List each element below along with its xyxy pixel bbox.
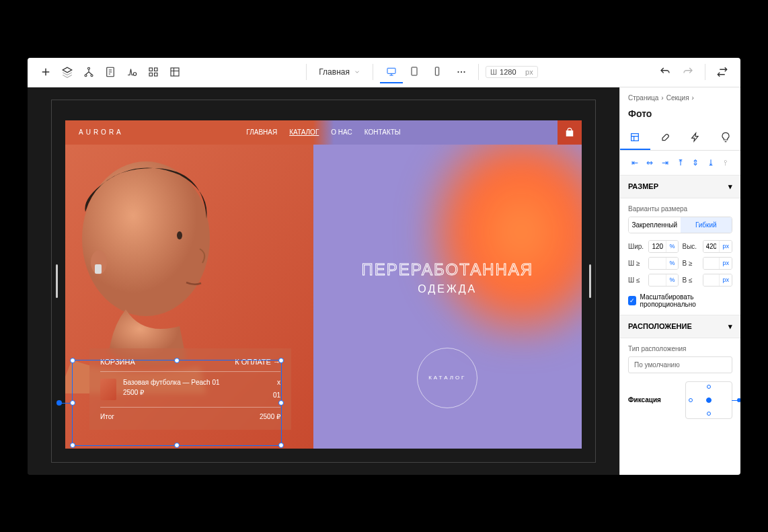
redo-button[interactable] [678,62,698,82]
min-height-input[interactable] [703,258,720,269]
align-left-button[interactable]: ⇤ [628,156,642,169]
swap-button[interactable] [712,62,732,82]
max-height-input[interactable] [703,274,720,286]
cart-widget[interactable]: КОРЗИНА К ОПЛАТЕ → Базовая футболка — Pe… [89,348,291,430]
help-tab[interactable] [710,126,740,150]
cart-remove-button[interactable]: x [273,379,280,386]
chevron-down-icon: ▾ [728,182,732,191]
inspector-title: Фото [620,106,740,126]
scale-proportional-label: Масштабировать пропорционально [640,293,732,308]
dock-grid[interactable] [685,381,732,419]
min-width-unit[interactable]: % [666,258,677,269]
min-height-label: В ≥ [683,260,700,267]
position-section-body: Тип расположения По умолчанию Фиксация [620,338,740,426]
height-label: Выс. [683,243,700,250]
layout-tab[interactable] [620,126,650,150]
site-logo[interactable]: AURORA [79,128,124,136]
align-middle-button[interactable]: ⇕ [689,156,702,169]
checkout-link[interactable]: К ОПЛАТЕ → [235,358,280,366]
svg-point-16 [82,161,210,316]
alignment-row: ⇤ ⇔ ⇥ ⤒ ⇕ ⤓ ⫯ [620,151,740,175]
page-button[interactable] [100,62,120,82]
svg-rect-20 [631,133,639,141]
breadcrumb-section[interactable]: Секция [666,94,689,102]
page-dropdown[interactable]: Главная [313,65,366,79]
cart-item-qty: 01 [273,391,280,399]
breadcrumb-page[interactable]: Страница [628,94,658,102]
hero-heading[interactable]: ПЕРЕРАБОТАННАЯ [361,260,533,279]
dock-top[interactable] [707,385,711,389]
cart-total: Итог 2500 ₽ [100,407,280,420]
canvas-area[interactable]: AURORA ГЛАВНАЯ КАТАЛОГ О НАС КОНТАКТЫ [28,87,619,475]
dock-center[interactable] [706,397,712,403]
canvas-width-input[interactable]: Ш px [486,66,538,78]
size-section-header[interactable]: РАЗМЕР ▾ [620,175,740,198]
flex-mode-button[interactable]: Гибкий [681,217,732,233]
interactions-tab[interactable] [681,126,711,150]
catalog-button[interactable]: КАТАЛОГ [417,348,477,408]
position-type-label: Тип расположения [628,345,732,352]
align-top-button[interactable]: ⤒ [674,156,687,169]
cart-total-value: 2500 ₽ [260,413,280,420]
tablet-tab[interactable] [403,61,426,83]
dock-bottom[interactable] [707,412,711,416]
undo-button[interactable] [655,62,675,82]
align-center-button[interactable]: ⇔ [644,156,657,169]
size-section-body: Варианты размера Закрепленный Гибкий Шир… [620,198,740,315]
align-right-button[interactable]: ⇥ [658,156,672,169]
add-button[interactable] [36,62,56,82]
cart-item-thumb [100,379,116,400]
cart-icon[interactable] [558,120,582,145]
width-field[interactable] [500,68,523,76]
scroll-indicator-right[interactable] [589,264,591,298]
height-input[interactable] [703,241,720,252]
site-canvas[interactable]: AURORA ГЛАВНАЯ КАТАЛОГ О НАС КОНТАКТЫ [65,120,582,449]
device-tabs [380,61,449,83]
anchor-point[interactable] [56,400,62,406]
nav-contacts[interactable]: КОНТАКТЫ [364,128,401,136]
site-tree-button[interactable] [79,62,99,82]
scroll-indicator-left[interactable] [56,264,58,298]
position-type-dropdown[interactable]: По умолчанию [628,356,732,373]
height-unit[interactable]: px [719,241,732,252]
svg-point-1 [85,75,87,77]
min-height-unit[interactable]: px [719,258,732,269]
nav-about[interactable]: О НАС [331,128,352,136]
svg-point-15 [463,71,465,73]
width-input[interactable] [649,241,666,252]
more-breakpoints-button[interactable] [451,62,471,82]
nav-home[interactable]: ГЛАВНАЯ [246,128,277,136]
mobile-tab[interactable] [426,61,449,83]
cms-button[interactable] [165,62,185,82]
size-mode-toggle: Закрепленный Гибкий [628,217,732,233]
width-unit[interactable]: % [666,241,677,252]
distribute-button[interactable]: ⫯ [719,156,732,169]
nav-catalog[interactable]: КАТАЛОГ [289,128,319,136]
max-width-unit[interactable]: % [666,274,677,286]
checkbox-icon: ✓ [628,296,636,305]
apps-button[interactable] [143,62,163,82]
fixed-mode-button[interactable]: Закрепленный [629,217,681,233]
svg-rect-8 [155,73,158,77]
desktop-tab[interactable] [380,61,403,83]
max-height-unit[interactable]: px [719,274,732,286]
svg-rect-9 [171,68,179,76]
page-dropdown-label: Главная [319,67,350,77]
layers-button[interactable] [57,62,77,82]
cart-item-price: 2500 ₽ [123,389,266,396]
style-tab[interactable] [650,126,681,150]
top-toolbar: Главная Ш px [28,58,740,87]
dock-left[interactable] [689,398,693,402]
svg-point-4 [133,73,137,76]
hero-gradient[interactable]: ПЕРЕРАБОТАННАЯ ОДЕЖДА КАТАЛОГ [313,145,582,449]
theme-button[interactable] [122,62,142,82]
svg-rect-19 [95,264,102,274]
max-width-input[interactable] [649,274,666,286]
hero-subheading[interactable]: ОДЕЖДА [361,283,533,295]
scale-proportional-row[interactable]: ✓ Масштабировать пропорционально [628,293,732,308]
position-section-header[interactable]: РАСПОЛОЖЕНИЕ ▾ [620,315,740,338]
dock-right-ext[interactable] [737,398,740,402]
align-bottom-button[interactable]: ⤓ [704,156,718,169]
min-width-input[interactable] [649,258,666,269]
main-area: AURORA ГЛАВНАЯ КАТАЛОГ О НАС КОНТАКТЫ [28,87,740,475]
